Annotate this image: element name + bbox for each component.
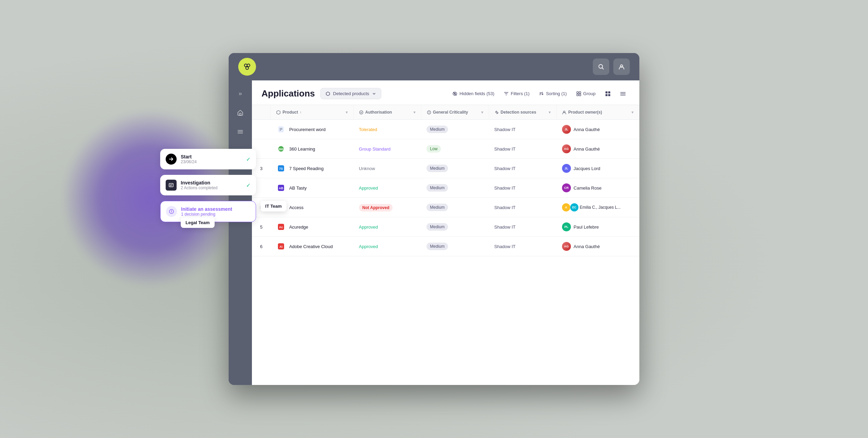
svg-text:Ac: Ac bbox=[279, 226, 283, 229]
col-header-product[interactable]: Product ↑ ▾ bbox=[271, 105, 354, 120]
criticality-badge: Medium bbox=[426, 184, 448, 192]
table-header-row: Product ↑ ▾ bbox=[252, 105, 639, 120]
svg-text:Ai: Ai bbox=[279, 245, 282, 248]
sidebar-menu-icon[interactable] bbox=[234, 126, 246, 138]
workflow-investigation-card[interactable]: Investigation 2 Actions completed ✓ bbox=[160, 175, 256, 195]
product-cell: Procurement word bbox=[271, 120, 354, 139]
products-table-container: Product ↑ ▾ bbox=[252, 105, 639, 385]
owner-cell: JL Jacques Lord bbox=[557, 159, 639, 178]
detection-source: Shadow IT bbox=[494, 185, 515, 191]
product-name: 7 Speed Reading bbox=[289, 166, 323, 171]
svg-rect-18 bbox=[605, 94, 608, 96]
product-name: Access bbox=[289, 205, 304, 210]
svg-point-1 bbox=[247, 64, 250, 67]
table-row[interactable]: 6 Ai Adobe Creative Cloud Approved Mediu… bbox=[252, 237, 639, 256]
sidebar-home-icon[interactable] bbox=[234, 106, 246, 119]
criticality-cell: Medium bbox=[421, 120, 489, 139]
auth-cell: Not Approved bbox=[354, 198, 421, 217]
table-row[interactable]: 3 7S 7 Speed Reading Unknow Medium Shado… bbox=[252, 159, 639, 178]
page-title: Applications bbox=[261, 88, 315, 99]
detection-source: Shadow IT bbox=[494, 146, 515, 152]
products-table: Product ↑ ▾ bbox=[252, 105, 639, 256]
table-row[interactable]: 360 360 Learning Group Standard Low Shad… bbox=[252, 139, 639, 159]
toolbar-actions: Hidden fields (53) Filters (1) So bbox=[448, 88, 630, 99]
sorting-button[interactable]: Sorting (1) bbox=[535, 88, 571, 99]
detection-cell: Shadow IT bbox=[489, 178, 557, 198]
investigation-card-check: ✓ bbox=[246, 182, 251, 189]
detection-cell: Shadow IT bbox=[489, 237, 557, 256]
product-icon: 7S bbox=[276, 164, 286, 173]
start-card-icon bbox=[166, 154, 177, 165]
criticality-badge: Low bbox=[426, 145, 441, 153]
table-row[interactable]: AB AB Tasty Approved Medium Shadow IT CR… bbox=[252, 178, 639, 198]
hidden-fields-button[interactable]: Hidden fields (53) bbox=[448, 88, 498, 99]
col-header-num bbox=[252, 105, 271, 120]
filters-label: Filters (1) bbox=[511, 91, 529, 96]
table-row[interactable]: 5 Ac Acuredge Approved Medium Shadow IT … bbox=[252, 217, 639, 237]
criticality-badge: Medium bbox=[426, 126, 448, 133]
product-name: 360 Learning bbox=[289, 146, 315, 152]
auth-cell: Tolerated bbox=[354, 120, 421, 139]
col-header-owner[interactable]: Product owner(s) ▾ bbox=[557, 105, 639, 120]
workflow-cards: Start 23/06/24 ✓ Investigation 2 Actions… bbox=[160, 149, 256, 228]
owner-cell: JL Anna Gauthé bbox=[557, 120, 639, 139]
svg-rect-12 bbox=[577, 92, 578, 93]
group-button[interactable]: Group bbox=[572, 88, 600, 99]
it-team-label: IT Team bbox=[260, 201, 286, 211]
criticality-cell: Medium bbox=[421, 178, 489, 198]
svg-point-0 bbox=[244, 64, 247, 67]
criticality-badge: Medium bbox=[426, 243, 448, 250]
product-cell: AB AB Tasty bbox=[271, 178, 354, 198]
col-header-auth[interactable]: Authorisation ▾ bbox=[354, 105, 421, 120]
owner-cell: PL Paul Lefebre bbox=[557, 217, 639, 237]
filters-button[interactable]: Filters (1) bbox=[500, 88, 534, 99]
product-cell: 7S 7 Speed Reading bbox=[271, 159, 354, 178]
user-button[interactable] bbox=[613, 59, 630, 75]
svg-point-26 bbox=[429, 113, 429, 113]
owner-cell: CR Camelia Rose bbox=[557, 178, 639, 198]
table-row[interactable]: Procurement word Tolerated Medium Shadow… bbox=[252, 120, 639, 139]
investigation-card-icon bbox=[166, 180, 177, 191]
svg-rect-13 bbox=[579, 92, 581, 93]
svg-rect-45 bbox=[169, 183, 173, 187]
detection-source: Shadow IT bbox=[494, 166, 515, 171]
svg-point-2 bbox=[246, 67, 248, 69]
start-card-check: ✓ bbox=[246, 156, 251, 163]
col-header-detection[interactable]: Detection sources ▾ bbox=[489, 105, 557, 120]
list-view-button[interactable] bbox=[616, 88, 630, 99]
table-body: Procurement word Tolerated Medium Shadow… bbox=[252, 120, 639, 256]
investigation-card-subtitle: 2 Actions completed bbox=[181, 185, 242, 190]
detection-source: Shadow IT bbox=[494, 244, 515, 249]
search-button[interactable] bbox=[593, 59, 609, 75]
detected-products-button[interactable]: Detected products bbox=[320, 88, 381, 99]
investigation-card-title: Investigation bbox=[181, 180, 242, 185]
svg-rect-14 bbox=[577, 94, 578, 96]
product-name: AB Tasty bbox=[289, 185, 307, 191]
detection-cell: Shadow IT bbox=[489, 159, 557, 178]
sidebar: » bbox=[229, 80, 252, 385]
svg-rect-17 bbox=[608, 91, 610, 93]
auth-cell: Approved bbox=[354, 217, 421, 237]
col-detection-label: Detection sources bbox=[501, 110, 536, 115]
browser-content: » Applications bbox=[229, 80, 639, 385]
col-header-criticality[interactable]: General Criticality ▾ bbox=[421, 105, 489, 120]
owner-cell: AG Anna Gauthé bbox=[557, 139, 639, 159]
owner-cell: AEC Emilia C., Jacques L... bbox=[557, 198, 639, 217]
criticality-badge: Medium bbox=[426, 223, 448, 231]
table-row[interactable]: 5 Ac Access Not Approved Medium Shadow I… bbox=[252, 198, 639, 217]
svg-text:7S: 7S bbox=[279, 167, 283, 170]
svg-rect-15 bbox=[579, 94, 581, 96]
criticality-cell: Medium bbox=[421, 217, 489, 237]
product-cell: 360 360 Learning bbox=[271, 139, 354, 159]
detection-cell: Shadow IT bbox=[489, 198, 557, 217]
owner-cell: AG Anna Gauthé bbox=[557, 237, 639, 256]
sidebar-expand-icon[interactable]: » bbox=[234, 87, 246, 100]
grid-view-button[interactable] bbox=[601, 88, 615, 99]
auth-cell: Group Standard bbox=[354, 139, 421, 159]
workflow-start-card[interactable]: Start 23/06/24 ✓ bbox=[160, 149, 256, 169]
col-criticality-label: General Criticality bbox=[433, 110, 468, 115]
criticality-cell: Medium bbox=[421, 198, 489, 217]
criticality-cell: Medium bbox=[421, 159, 489, 178]
auth-cell: Approved bbox=[354, 237, 421, 256]
criticality-cell: Low bbox=[421, 139, 489, 159]
